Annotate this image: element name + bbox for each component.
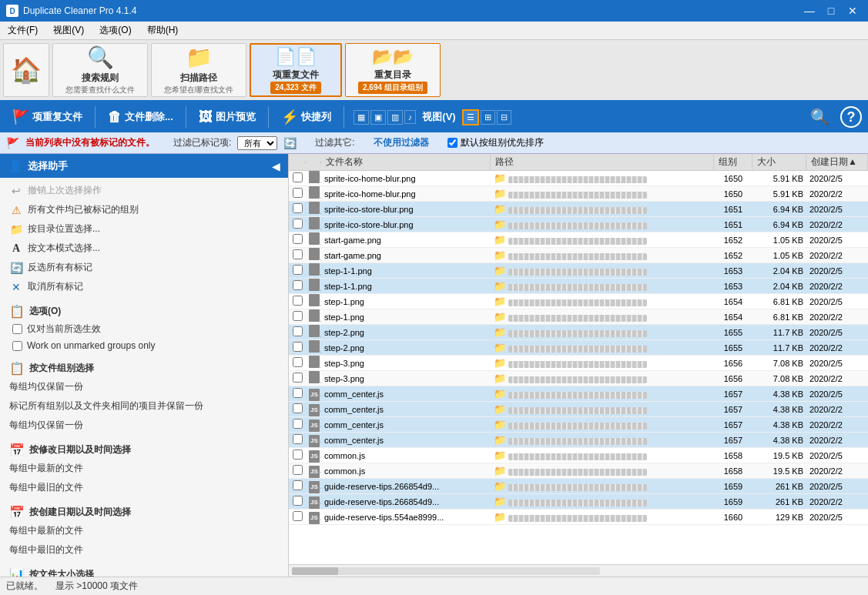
row-checkbox-cell[interactable] — [289, 357, 306, 369]
row-checkbox[interactable] — [293, 403, 303, 413]
row-checkbox[interactable] — [293, 342, 303, 352]
view-btn-detail[interactable]: ⊞ — [481, 110, 495, 125]
action-help[interactable]: ? — [840, 106, 862, 128]
row-checkbox-cell[interactable] — [289, 188, 306, 199]
view-btn-thumb[interactable]: ⊟ — [497, 110, 511, 125]
row-checkbox-cell[interactable] — [289, 342, 306, 353]
row-checkbox[interactable] — [293, 511, 303, 521]
table-row[interactable]: sprite-ico-home-blur.png📁16505.91 KB2020… — [289, 186, 868, 202]
row-checkbox[interactable] — [293, 480, 303, 490]
minimize-button[interactable]: — — [800, 3, 819, 18]
toolbar-duplicate-files[interactable]: 📄📄 项重复文件 24,323 文件 — [250, 43, 342, 97]
row-checkbox[interactable] — [293, 249, 303, 259]
row-checkbox[interactable] — [293, 496, 303, 506]
row-checkbox-cell[interactable] — [289, 496, 306, 507]
refresh-icon[interactable]: 🔄 — [283, 137, 297, 149]
created-oldest[interactable]: 每组中最旧的文件 — [0, 540, 288, 560]
row-checkbox[interactable] — [293, 388, 303, 398]
row-checkbox[interactable] — [293, 450, 303, 460]
table-body[interactable]: sprite-ico-home-blur.png📁16505.91 KB2020… — [289, 171, 868, 564]
current-only-input[interactable] — [12, 324, 22, 334]
table-row[interactable]: start-game.png📁16521.05 KB2020/2/5 — [289, 232, 868, 248]
col-size[interactable]: 大小 — [752, 154, 806, 170]
table-row[interactable]: JScommon.js📁165819.5 KB2020/2/5 — [289, 448, 868, 463]
action-flag[interactable]: 🚩 项重复文件 — [6, 105, 89, 129]
table-row[interactable]: step-2.png📁165511.7 KB2020/2/2 — [289, 340, 868, 356]
table-row[interactable]: step-3.png📁16567.08 KB2020/2/2 — [289, 371, 868, 386]
row-checkbox-cell[interactable] — [289, 388, 306, 399]
row-checkbox-cell[interactable] — [289, 465, 306, 476]
col-path[interactable]: 路径 — [491, 154, 714, 170]
group-keep-one-2[interactable]: 每组均仅保留一份 — [0, 416, 288, 435]
close-button[interactable]: ✕ — [843, 3, 862, 18]
left-item-by-dir[interactable]: 📁 按目录位置选择... — [0, 219, 288, 239]
table-row[interactable]: step-2.png📁165511.7 KB2020/2/5 — [289, 325, 868, 340]
table-row[interactable]: sprite-ico-store-blur.png📁16516.94 KB202… — [289, 217, 868, 232]
sort-by-group-checkbox[interactable] — [447, 138, 457, 148]
row-checkbox-cell[interactable] — [289, 172, 306, 184]
table-row[interactable]: JScomm_center.js📁16574.38 KB2020/2/2 — [289, 433, 868, 448]
table-row[interactable]: sprite-ico-store-blur.png📁16516.94 KB202… — [289, 202, 868, 217]
row-checkbox[interactable] — [293, 311, 303, 321]
view-btn-list[interactable]: ☰ — [462, 109, 479, 125]
row-checkbox-cell[interactable] — [289, 403, 306, 415]
row-checkbox[interactable] — [293, 465, 303, 475]
row-checkbox-cell[interactable] — [289, 249, 306, 261]
left-item-invert[interactable]: 🔄 反选所有有标记 — [0, 258, 288, 277]
menu-view[interactable]: 视图(V) — [45, 22, 92, 38]
checkbox-current-only[interactable]: 仅对当前所选生效 — [0, 320, 288, 338]
view-btn-grid1[interactable]: ▦ — [354, 110, 369, 125]
row-checkbox-cell[interactable] — [289, 296, 306, 307]
row-checkbox-cell[interactable] — [289, 280, 306, 292]
toolbar-duplicate-dir[interactable]: 📂📂 重复目录 2,694 组目录组别 — [345, 43, 441, 97]
row-checkbox[interactable] — [293, 296, 303, 306]
table-row[interactable]: step-1-1.png📁16532.04 KB2020/2/2 — [289, 279, 868, 294]
row-checkbox-cell[interactable] — [289, 480, 306, 492]
table-row[interactable]: JScomm_center.js📁16574.38 KB2020/2/5 — [289, 386, 868, 402]
row-checkbox[interactable] — [293, 280, 303, 290]
table-row[interactable]: JSguide-reserve-tips.266854d9...📁1659261… — [289, 479, 868, 494]
left-item-by-text[interactable]: A 按文本模式选择... — [0, 239, 288, 258]
row-checkbox[interactable] — [293, 188, 303, 198]
table-row[interactable]: JSguide-reserve-tips.554ae8999...📁166012… — [289, 510, 868, 525]
group-keep-folder[interactable]: 标记所有组别以及文件夹相同的项目并保留一份 — [0, 396, 288, 416]
table-row[interactable]: sprite-ico-home-blur.png📁16505.91 KB2020… — [289, 171, 868, 186]
sort-by-group-checkbox-label[interactable]: 默认按组别优先排序 — [447, 136, 544, 149]
col-check[interactable] — [289, 161, 306, 164]
checkbox-work-unmarked[interactable]: Work on unmarked groups only — [0, 338, 288, 353]
table-row[interactable]: JScommon.js📁165819.5 KB2020/2/2 — [289, 463, 868, 479]
row-checkbox[interactable] — [293, 434, 303, 444]
modify-newest[interactable]: 每组中最新的文件 — [0, 459, 288, 478]
col-filename[interactable]: 文件名称 — [321, 154, 491, 170]
table-row[interactable]: JScomm_center.js📁16574.38 KB2020/2/2 — [289, 402, 868, 417]
row-checkbox[interactable] — [293, 326, 303, 336]
col-date[interactable]: 创建日期▲ — [806, 154, 868, 170]
filter-select[interactable]: 所有 — [237, 136, 277, 150]
row-checkbox[interactable] — [293, 219, 303, 229]
work-unmarked-input[interactable] — [12, 341, 22, 351]
action-search[interactable]: 🔍 — [804, 105, 836, 129]
left-item-undo[interactable]: ↩ 撤销上次选择操作 — [0, 181, 288, 200]
row-checkbox[interactable] — [293, 373, 303, 383]
toolbar-scan-path[interactable]: 📁 扫描路径 您希望在哪查找文件 — [151, 43, 246, 97]
row-checkbox[interactable] — [293, 203, 303, 213]
row-checkbox-cell[interactable] — [289, 265, 306, 276]
collapse-btn[interactable]: ◀ — [272, 160, 280, 172]
modify-oldest[interactable]: 每组中最旧的文件 — [0, 478, 288, 497]
created-newest[interactable]: 每组中最新的文件 — [0, 521, 288, 540]
view-btn-grid3[interactable]: ▥ — [387, 110, 403, 125]
view-btn-grid2[interactable]: ▣ — [370, 110, 386, 125]
group-keep-one[interactable]: 每组均仅保留一份 — [0, 377, 288, 396]
row-checkbox[interactable] — [293, 172, 303, 182]
row-checkbox-cell[interactable] — [289, 203, 306, 215]
row-checkbox-cell[interactable] — [289, 434, 306, 446]
row-checkbox-cell[interactable] — [289, 419, 306, 430]
action-delete[interactable]: 🗑 文件删除... — [102, 106, 179, 129]
menu-file[interactable]: 文件(F) — [0, 22, 45, 38]
row-checkbox-cell[interactable] — [289, 219, 306, 230]
row-checkbox-cell[interactable] — [289, 234, 306, 246]
toolbar-home[interactable]: 🏠 — [3, 43, 49, 97]
row-checkbox-cell[interactable] — [289, 450, 306, 461]
row-checkbox[interactable] — [293, 265, 303, 275]
action-preview[interactable]: 🖼 图片预览 — [193, 106, 262, 129]
